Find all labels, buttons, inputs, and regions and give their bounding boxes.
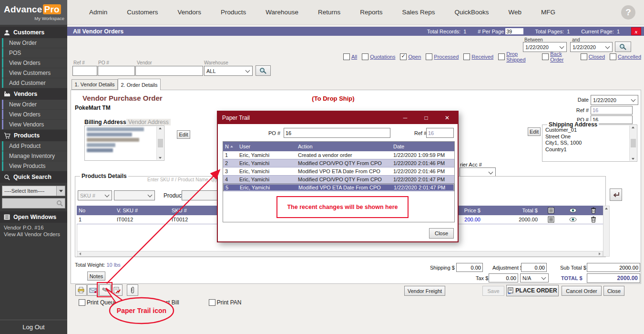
row-view-icon[interactable] [562, 215, 583, 224]
paper-trail-row[interactable]: 5 Eric, Yamichi Modified VPO ETA Date Fr… [223, 184, 454, 191]
sidebar-item[interactable]: Add Customer [2, 78, 67, 88]
nav-item[interactable]: QuickBooks [455, 9, 489, 16]
checkbox[interactable] [343, 53, 350, 60]
status-filter[interactable]: Cancelled [610, 53, 641, 60]
logout-button[interactable]: Log Out [0, 320, 67, 334]
nav-item[interactable]: Web [509, 9, 522, 16]
ref-filter-input[interactable] [72, 66, 97, 76]
vendor-freight-button[interactable]: Vendor Freight [404, 286, 445, 296]
per-page-input[interactable] [505, 28, 523, 34]
nav-item[interactable]: MFG [541, 9, 555, 16]
tax-input[interactable] [489, 273, 518, 282]
paper-trail-row[interactable]: 3 Eric, Yamichi Modified VPO ETA Date Fr… [223, 167, 454, 176]
status-filter[interactable]: Open [400, 53, 421, 60]
notes-button[interactable]: Notes [87, 271, 105, 281]
paper-trail-row[interactable]: 4 Eric, Yamichi Modified CPO/VPO QTY Fro… [223, 176, 454, 184]
sidebar-section-customers[interactable]: Customers [0, 27, 67, 38]
vendor-filter-input[interactable] [135, 66, 203, 76]
status-filter[interactable]: Quotations [362, 53, 395, 60]
status-filter[interactable]: Closed [581, 53, 605, 60]
warehouse-select[interactable]: ALL [204, 66, 253, 76]
date-search-button[interactable] [615, 42, 631, 52]
sidebar-item[interactable]: View Vendors [2, 120, 67, 129]
place-order-button[interactable]: PLACE ORDER [506, 285, 559, 296]
attachment-button[interactable] [127, 284, 138, 296]
adjustment-input[interactable] [521, 263, 547, 272]
email-button[interactable] [87, 284, 99, 296]
shipping-address-scrollbar[interactable] [629, 125, 636, 161]
footer-checkbox[interactable]: Direct Bill [147, 299, 179, 306]
checkbox[interactable] [147, 299, 153, 306]
checkbox[interactable] [426, 53, 432, 60]
sku-mode-select[interactable]: SKU # [78, 190, 112, 200]
date-to-select[interactable]: 1/22/2020 [570, 42, 613, 52]
paper-trail-row[interactable]: 2 Eric, Yamichi Modified CPO/VPO QTY Fro… [223, 159, 454, 167]
checkbox[interactable] [209, 299, 215, 306]
open-window-link[interactable]: View All Vendor Orders [0, 231, 67, 238]
export-button[interactable] [111, 284, 123, 296]
status-filter[interactable]: Processed [426, 53, 459, 60]
add-line-button[interactable] [610, 188, 622, 201]
tax-type-select[interactable]: N/A [520, 273, 549, 282]
minimize-icon[interactable]: ─ [395, 112, 416, 124]
sidebar-item[interactable]: View Orders [2, 58, 67, 68]
status-filter[interactable]: All [343, 53, 357, 60]
checkbox[interactable] [362, 53, 368, 60]
status-filter[interactable]: Back Order [542, 51, 576, 63]
billing-address-scrollbar[interactable] [156, 126, 164, 160]
nav-item[interactable]: Vendors [178, 9, 202, 16]
po-filter-input[interactable] [98, 66, 135, 76]
chevron-down-icon[interactable] [56, 186, 65, 196]
order-date-select[interactable]: 1/22/2020 [591, 95, 638, 105]
shipping-input[interactable] [456, 263, 483, 272]
modal-ref-input[interactable] [426, 128, 454, 138]
sidebar-item[interactable]: New Order [2, 100, 67, 109]
edit-billing-button[interactable]: Edit [177, 130, 190, 139]
filter-search-button[interactable] [256, 65, 271, 76]
tab-order-details[interactable]: 2. Order Details [118, 79, 161, 90]
order-ref-input[interactable] [591, 106, 633, 115]
edit-shipping-button[interactable]: Edit [528, 127, 541, 136]
modal-po-input[interactable] [284, 128, 390, 138]
quick-search-select[interactable]: ----Select Item---- [2, 186, 65, 196]
close-window-button[interactable]: x [631, 27, 641, 35]
subtotal-input[interactable] [587, 263, 640, 272]
sidebar-item[interactable]: New Order [2, 38, 67, 48]
sku-value-select[interactable] [114, 190, 155, 200]
quick-search-input[interactable] [2, 198, 65, 209]
products-vertical-scrollbar[interactable] [603, 206, 610, 257]
nav-item[interactable]: Warehouse [266, 9, 298, 16]
date-from-select[interactable]: 1/22/2020 [523, 42, 567, 52]
checkbox[interactable] [542, 53, 549, 60]
footer-checkbox[interactable]: Print Queue [79, 299, 117, 306]
open-window-link[interactable]: Vendor P.O. #16 [0, 224, 67, 231]
nav-item[interactable]: Sales Reps [402, 9, 435, 16]
save-button[interactable]: Save [482, 286, 504, 296]
modal-titlebar[interactable]: Paper Trail ─ □ ✕ [218, 112, 458, 124]
cancel-order-button[interactable]: Cancel Order [562, 286, 602, 296]
nav-item[interactable]: Returns [318, 9, 340, 16]
help-icon[interactable]: ? [621, 5, 635, 20]
sidebar-item[interactable]: View Customers [2, 68, 67, 78]
sidebar-item[interactable]: View Orders [2, 110, 67, 119]
row-notes-icon[interactable] [540, 215, 562, 224]
vendor-address-tab[interactable]: Vendor Address [126, 119, 171, 125]
tab-vendor-details[interactable]: 1. Vendor Details [72, 79, 118, 90]
checkbox[interactable] [463, 53, 470, 60]
checkbox[interactable] [400, 53, 407, 60]
paper-trail-row[interactable]: 1 Eric, Yamichi Created a vendor order 1… [223, 151, 454, 159]
sidebar-item[interactable]: Add Product [2, 141, 67, 151]
billing-address-tab[interactable]: Billing Address [84, 119, 126, 125]
maximize-icon[interactable]: □ [416, 112, 437, 124]
sidebar-section-vendors[interactable]: Vendors [0, 88, 67, 100]
nav-item[interactable]: Products [221, 9, 246, 16]
status-filter[interactable]: Drop Shipped [498, 51, 537, 63]
sidebar-item[interactable]: POS [2, 48, 67, 58]
modal-close-button[interactable]: Close [429, 228, 454, 239]
status-filter[interactable]: Received [463, 53, 493, 60]
sidebar-item[interactable]: View Products [2, 161, 67, 171]
nav-item[interactable]: Admin [89, 9, 107, 16]
checkbox[interactable] [610, 53, 616, 60]
row-delete-icon[interactable] [583, 215, 603, 224]
paper-trail-button[interactable]: ✎ [99, 284, 111, 296]
